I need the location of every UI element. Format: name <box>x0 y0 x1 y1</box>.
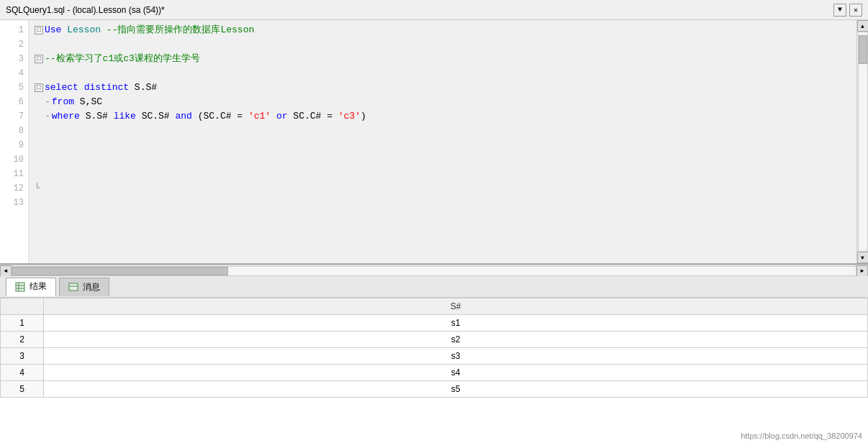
row-num-header <box>1 298 44 315</box>
cell-s2[interactable]: s2 <box>44 332 868 348</box>
fold-5[interactable]: □ <box>35 83 43 92</box>
code-line-7: - where S.S# like SC.S# and (SC.C# = 'c1… <box>35 109 851 124</box>
code-line-12: └ <box>35 181 851 196</box>
code-editor[interactable]: □ Use Lesson --指向需要所操作的数据库Lesson □ --检索学… <box>29 20 856 263</box>
scrollbar-track[interactable] <box>858 32 868 252</box>
line-num-7: 7 <box>0 109 28 124</box>
svg-rect-0 <box>16 283 24 291</box>
row-num-5: 5 <box>1 381 44 398</box>
table-row[interactable]: 1 s1 <box>1 315 868 332</box>
table-row[interactable]: 3 s3 <box>1 348 868 365</box>
code-line-4 <box>35 66 851 81</box>
window-title: SQLQuery1.sql - (local).Lesson (sa (54))… <box>6 5 165 15</box>
table-row[interactable]: 5 s5 <box>1 381 868 398</box>
code-line-11 <box>35 167 851 181</box>
line-num-5: 5 <box>0 81 28 95</box>
cell-s5[interactable]: s5 <box>44 381 868 398</box>
line-num-1: 1 <box>0 23 28 37</box>
code-line-10 <box>35 152 851 167</box>
vertical-scrollbar[interactable]: ▲ ▼ <box>856 20 868 263</box>
code-line-3: □ --检索学习了c1或c3课程的学生学号 <box>35 52 851 66</box>
line-num-3: 3 <box>0 52 28 66</box>
code-line-8 <box>35 124 851 138</box>
tab-results[interactable]: 结果 <box>6 278 56 296</box>
horizontal-scrollbar[interactable]: ◄ ► <box>0 265 868 276</box>
row-num-1: 1 <box>1 315 44 332</box>
messages-icon <box>68 282 78 292</box>
editor-container: 1 2 3 4 5 6 7 8 9 10 11 12 13 □ Use Less… <box>0 20 868 265</box>
scroll-left-button[interactable]: ◄ <box>0 265 12 277</box>
results-tabs-bar: 结果 消息 <box>0 276 868 298</box>
results-table: S# 1 s1 2 s2 3 s3 4 s4 <box>0 298 868 398</box>
code-line-9 <box>35 138 851 152</box>
line-num-9: 9 <box>0 138 28 152</box>
tab-results-label: 结果 <box>30 280 47 293</box>
code-line-5: □ select distinct S.S# <box>35 81 851 95</box>
line-num-2: 2 <box>0 37 28 52</box>
scroll-up-button[interactable]: ▲ <box>857 20 869 32</box>
table-row[interactable]: 2 s2 <box>1 332 868 348</box>
fold-1[interactable]: □ <box>35 26 43 35</box>
svg-rect-4 <box>69 283 78 291</box>
table-row[interactable]: 4 s4 <box>1 365 868 381</box>
row-num-4: 4 <box>1 365 44 381</box>
line-numbers: 1 2 3 4 5 6 7 8 9 10 11 12 13 <box>0 20 29 263</box>
minimize-button[interactable]: ▼ <box>833 4 846 17</box>
h-scrollbar-track[interactable] <box>12 266 856 276</box>
line-num-4: 4 <box>0 66 28 81</box>
title-bar: SQLQuery1.sql - (local).Lesson (sa (54))… <box>0 0 868 20</box>
line-num-13: 13 <box>0 196 28 210</box>
line-num-11: 11 <box>0 167 28 181</box>
cell-s3[interactable]: s3 <box>44 348 868 365</box>
code-line-1: □ Use Lesson --指向需要所操作的数据库Lesson <box>35 23 851 37</box>
results-area[interactable]: S# 1 s1 2 s2 3 s3 4 s4 <box>0 298 868 443</box>
cell-s1[interactable]: s1 <box>44 315 868 332</box>
row-num-3: 3 <box>1 348 44 365</box>
cell-s4[interactable]: s4 <box>44 365 868 381</box>
tab-messages[interactable]: 消息 <box>59 278 109 296</box>
watermark: https://blog.csdn.net/qq_38200974 <box>741 431 862 440</box>
tab-messages-label: 消息 <box>83 281 100 293</box>
bottom-section: 结果 消息 S# 1 s1 2 <box>0 276 868 443</box>
results-icon <box>15 282 25 292</box>
line-num-10: 10 <box>0 152 28 167</box>
code-line-2 <box>35 37 851 52</box>
line-num-6: 6 <box>0 95 28 109</box>
scrollbar-thumb[interactable] <box>859 35 867 64</box>
col-header-s: S# <box>44 298 868 315</box>
fold-3[interactable]: □ <box>35 55 43 63</box>
code-line-6: - from S,SC <box>35 95 851 109</box>
code-line-13 <box>35 196 851 210</box>
scroll-right-button[interactable]: ► <box>856 265 868 277</box>
table-header-row: S# <box>1 298 868 315</box>
line-num-12: 12 <box>0 181 28 196</box>
h-scrollbar-thumb[interactable] <box>12 267 228 275</box>
scroll-down-button[interactable]: ▼ <box>857 252 869 263</box>
row-num-2: 2 <box>1 332 44 348</box>
window-controls: ▼ ✕ <box>833 4 862 17</box>
close-button[interactable]: ✕ <box>849 4 862 17</box>
line-num-8: 8 <box>0 124 28 138</box>
